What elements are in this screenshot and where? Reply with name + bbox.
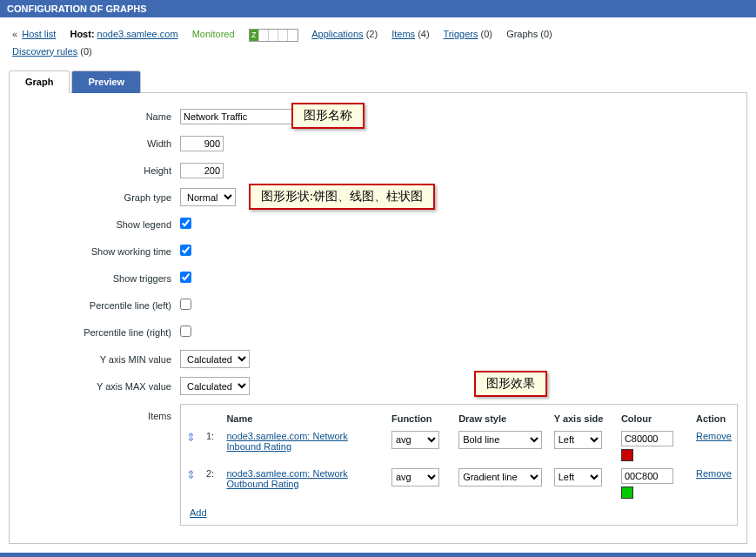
showtriggers-checkbox[interactable] [180,272,191,283]
width-input[interactable] [180,136,224,151]
name-label: Name [18,111,180,122]
width-label: Width [18,138,180,149]
discovery-count: (0) [80,46,91,57]
form-panel: Name 图形名称 Width Height Graph type Normal… [9,93,747,544]
th-action: Action [691,410,737,427]
ymax-label: Y axis MAX value [18,381,180,392]
th-colour: Colour [616,410,691,427]
ymin-label: Y axis MIN value [18,354,180,365]
th-yaxis: Y axis side [549,410,616,427]
host-list-link[interactable]: Host list [22,29,56,39]
graphtype-select[interactable]: Normal [180,188,236,206]
drawstyle-select[interactable]: Gradient line [458,468,542,487]
item-name-link[interactable]: node3.samlee.com: Network Outbound Ratin… [226,468,347,489]
add-item-link[interactable]: Add [190,507,207,518]
items-table: Name Function Draw style Y axis side Col… [181,410,737,502]
colour-swatch[interactable] [621,487,633,499]
items-label: Items [18,404,180,421]
triggers-count: (0) [481,29,492,39]
pctl-left-checkbox[interactable] [180,299,191,310]
graphs-label: Graphs [506,29,538,39]
chevron-left-icon: « [12,29,17,39]
discovery-link[interactable]: Discovery rules [12,46,77,57]
showtriggers-label: Show triggers [18,273,180,284]
working-checkbox[interactable] [180,245,191,256]
legend-label: Show legend [18,219,180,230]
triggers-link[interactable]: Triggers [444,29,478,39]
graphs-count: (0) [540,29,552,39]
pctl-right-label: Percentile line (right) [18,327,180,338]
table-row: ⇕2:node3.samlee.com: Network Outbound Ra… [181,465,737,502]
yaxis-select[interactable]: Left [554,468,602,487]
colour-swatch[interactable] [621,449,633,461]
annotation-type: 图形形状:饼图、线图、柱状图 [249,184,435,210]
footer-bar: Save Cancel [0,553,756,557]
table-row: ⇕1:node3.samlee.com: Network Inbound Rat… [181,427,737,465]
pctl-left-label: Percentile line (left) [18,300,180,311]
items-count: (4) [418,29,429,39]
drawstyle-select[interactable]: Bold line [458,431,542,449]
working-label: Show working time [18,246,180,257]
yaxis-select[interactable]: Left [554,431,602,449]
monitored-status: Monitored [192,29,235,39]
function-select[interactable]: avg [391,431,439,449]
items-content: Name Function Draw style Y axis side Col… [180,404,738,526]
items-link[interactable]: Items [391,29,415,39]
z-icon: Z [250,30,259,41]
th-drawstyle: Draw style [453,410,549,427]
th-function: Function [386,410,453,427]
item-name-link[interactable]: node3.samlee.com: Network Inbound Rating [226,431,347,452]
tab-preview[interactable]: Preview [71,70,141,93]
colour-input[interactable] [621,468,673,484]
availability-indicator: Z [249,29,298,42]
applications-count: (2) [366,29,378,39]
applications-link[interactable]: Applications [311,29,363,39]
tab-graph[interactable]: Graph [9,70,70,93]
drag-icon[interactable]: ⇕ [186,468,196,481]
colour-input[interactable] [621,431,673,446]
annotation-effect: 图形效果 [474,371,547,397]
legend-checkbox[interactable] [180,218,191,229]
function-select[interactable]: avg [391,468,439,487]
host-label: Host: [70,29,94,39]
ymax-select[interactable]: Calculated [180,377,250,395]
tabs: Graph Preview [9,70,747,93]
remove-link[interactable]: Remove [696,468,732,479]
row-index: 1: [201,427,221,465]
remove-link[interactable]: Remove [696,431,732,441]
annotation-name: 图形名称 [291,103,365,129]
page-title: CONFIGURATION OF GRAPHS [7,3,147,14]
pctl-right-checkbox[interactable] [180,325,191,337]
breadcrumb: « Host list Host: node3.samlee.com Monit… [0,17,756,70]
page-title-bar: CONFIGURATION OF GRAPHS [0,0,756,17]
height-label: Height [18,165,180,176]
host-name-link[interactable]: node3.samlee.com [97,29,178,39]
graphtype-label: Graph type [18,192,180,203]
height-input[interactable] [180,163,224,178]
ymin-select[interactable]: Calculated [180,350,250,368]
drag-icon[interactable]: ⇕ [186,431,196,444]
row-index: 2: [201,465,221,502]
th-name: Name [221,410,386,427]
